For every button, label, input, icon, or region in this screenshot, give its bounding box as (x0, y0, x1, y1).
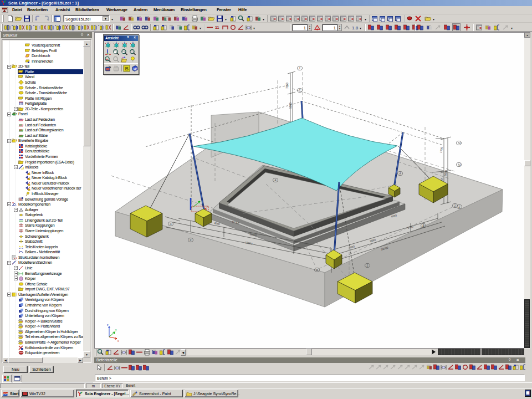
svg-text:2: 2 (299, 89, 301, 92)
svg-text:h1: h1 (458, 163, 462, 166)
svg-text:y: y (115, 328, 117, 331)
svg-text:A: A (274, 179, 277, 182)
svg-text:A: A (399, 172, 401, 175)
svg-text:º: º (33, 24, 34, 28)
svg-text:1.8: 1.8 (352, 25, 359, 30)
svg-text:º: º (12, 24, 13, 28)
svg-text:1700: 1700 (439, 146, 443, 153)
svg-text:h2: h2 (458, 142, 462, 145)
svg-text:º: º (76, 24, 78, 28)
svg-text:2: 2 (458, 206, 461, 208)
svg-text:B: B (316, 269, 318, 272)
svg-text:1: 1 (299, 67, 301, 70)
svg-text:º: º (98, 24, 99, 28)
svg-text:5000: 5000 (289, 103, 292, 109)
svg-text:A: A (170, 223, 172, 226)
svg-text:º: º (55, 24, 56, 28)
svg-text:z: z (107, 323, 109, 326)
svg-text:x: x (117, 339, 119, 342)
svg-text:B: B (423, 224, 424, 227)
svg-text:11: 11 (215, 25, 219, 29)
